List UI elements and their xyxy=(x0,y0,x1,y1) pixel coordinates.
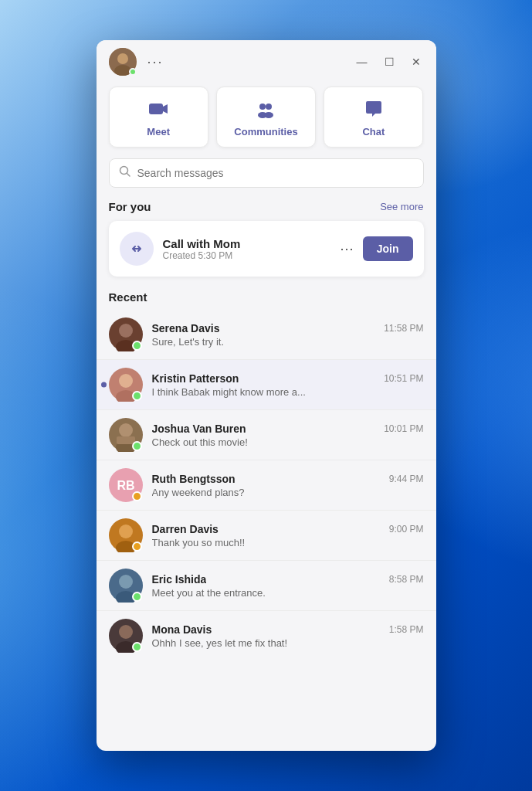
meet-label: Meet xyxy=(147,126,170,137)
chat-item[interactable]: Joshua Van Buren 10:01 PM Check out this… xyxy=(97,409,436,460)
call-more-button[interactable]: ⋯ xyxy=(337,240,357,257)
search-bar xyxy=(109,158,424,188)
status-badge xyxy=(132,642,142,652)
chat-content: Serena Davis 11:58 PM Sure, Let's try it… xyxy=(152,322,424,348)
svg-point-8 xyxy=(264,112,273,118)
chat-name: Serena Davis xyxy=(152,322,220,334)
user-status-online xyxy=(129,68,137,76)
status-badge xyxy=(132,441,142,451)
chat-avatar xyxy=(109,368,143,402)
chat-content: Eric Ishida 8:58 PM Meet you at the entr… xyxy=(152,573,424,599)
chat-item[interactable]: Serena Davis 11:58 PM Sure, Let's try it… xyxy=(97,310,436,359)
svg-line-10 xyxy=(127,174,130,177)
quick-actions-bar: Meet Communities Chat xyxy=(97,80,436,155)
app-window: ··· — ☐ ✕ Meet xyxy=(97,40,436,751)
chat-avatar: RB xyxy=(109,468,143,502)
chat-item[interactable]: Darren Davis 9:00 PM Thank you so much!! xyxy=(97,510,436,560)
svg-point-12 xyxy=(119,324,133,338)
chat-header-row: Darren Davis 9:00 PM xyxy=(152,523,424,535)
chat-name: Darren Davis xyxy=(152,523,219,535)
chat-avatar xyxy=(109,518,143,552)
join-button[interactable]: Join xyxy=(363,236,413,261)
see-more-link[interactable]: See more xyxy=(380,201,423,212)
meet-button[interactable]: Meet xyxy=(109,87,208,148)
search-icon xyxy=(119,165,131,181)
minimize-button[interactable]: — xyxy=(354,54,371,70)
chat-header-row: Ruth Bengtsson 9:44 PM xyxy=(152,473,424,485)
svg-point-24 xyxy=(119,525,133,538)
chat-time: 1:58 PM xyxy=(389,624,424,635)
call-link-icon xyxy=(120,232,154,266)
recent-title: Recent xyxy=(97,287,436,310)
chat-label: Chat xyxy=(362,126,385,137)
status-badge xyxy=(132,491,142,501)
chat-name: Joshua Van Buren xyxy=(152,423,246,435)
status-badge xyxy=(132,541,142,552)
communities-icon xyxy=(253,97,278,121)
unread-indicator xyxy=(101,382,107,388)
status-badge xyxy=(132,391,142,401)
svg-rect-3 xyxy=(149,104,163,114)
chat-header-row: Eric Ishida 8:58 PM xyxy=(152,573,424,586)
svg-point-1 xyxy=(117,53,128,64)
chat-time: 8:58 PM xyxy=(389,574,424,585)
chat-time: 11:58 PM xyxy=(384,323,423,334)
chat-preview: Thank you so much!! xyxy=(152,537,424,548)
more-options-button[interactable]: ··· xyxy=(143,53,168,72)
chat-preview: Meet you at the entrance. xyxy=(152,587,424,599)
svg-text:RB: RB xyxy=(117,479,134,492)
chat-preview: Any weekend plans? xyxy=(152,487,424,498)
svg-point-6 xyxy=(266,104,272,110)
communities-label: Communities xyxy=(234,126,297,137)
communities-button[interactable]: Communities xyxy=(216,87,316,148)
status-badge xyxy=(132,592,142,602)
svg-point-30 xyxy=(119,625,133,639)
chat-name: Eric Ishida xyxy=(152,573,207,586)
svg-point-15 xyxy=(119,374,133,388)
chat-content: Ruth Bengtsson 9:44 PM Any weekend plans… xyxy=(152,473,424,498)
close-button[interactable]: ✕ xyxy=(408,54,424,70)
chat-header-row: Mona Davis 1:58 PM xyxy=(152,623,424,636)
status-badge xyxy=(132,341,142,351)
chat-time: 10:51 PM xyxy=(384,373,423,384)
chat-avatar xyxy=(109,317,143,351)
meet-icon xyxy=(146,97,171,121)
call-info: Call with Mom Created 5:30 PM xyxy=(163,237,327,261)
for-you-header: For you See more xyxy=(109,200,424,213)
for-you-section: For you See more Call with Mom Created 5… xyxy=(97,194,436,281)
chat-item[interactable]: Kristin Patterson 10:51 PM I think Babak… xyxy=(97,359,436,409)
chat-header-row: Serena Davis 11:58 PM xyxy=(152,322,424,334)
chat-item[interactable]: Mona Davis 1:58 PM Ohhh I see, yes let m… xyxy=(97,610,436,660)
search-container xyxy=(97,155,436,194)
chat-content: Joshua Van Buren 10:01 PM Check out this… xyxy=(152,423,424,448)
chat-avatar xyxy=(109,418,143,452)
svg-point-18 xyxy=(119,423,133,437)
svg-point-27 xyxy=(119,575,133,589)
chat-time: 10:01 PM xyxy=(384,423,423,434)
chat-preview: Ohhh I see, yes let me fix that! xyxy=(152,637,424,649)
chat-avatar xyxy=(109,619,143,653)
chat-avatar xyxy=(109,569,143,603)
svg-marker-4 xyxy=(163,104,168,114)
maximize-button[interactable]: ☐ xyxy=(381,54,398,70)
search-input[interactable] xyxy=(137,167,414,179)
window-controls: — ☐ ✕ xyxy=(354,54,424,70)
chat-name: Ruth Bengtsson xyxy=(152,473,236,485)
title-bar-left: ··· xyxy=(109,48,168,76)
chat-name: Mona Davis xyxy=(152,623,212,636)
chat-time: 9:00 PM xyxy=(389,524,424,535)
chat-preview: I think Babak might know more a... xyxy=(152,386,424,398)
chat-name: Kristin Patterson xyxy=(152,372,239,385)
user-avatar-container xyxy=(109,48,137,76)
svg-point-5 xyxy=(259,104,266,110)
chat-button[interactable]: Chat xyxy=(324,87,423,148)
call-time: Created 5:30 PM xyxy=(163,250,327,261)
call-actions: ⋯ Join xyxy=(337,236,413,261)
chat-content: Darren Davis 9:00 PM Thank you so much!! xyxy=(152,523,424,548)
call-name: Call with Mom xyxy=(163,237,327,250)
chat-item[interactable]: RB Ruth Bengtsson 9:44 PM Any weekend pl… xyxy=(97,460,436,510)
title-bar: ··· — ☐ ✕ xyxy=(97,40,436,80)
chat-icon xyxy=(361,97,386,121)
chat-item[interactable]: Eric Ishida 8:58 PM Meet you at the entr… xyxy=(97,560,436,610)
chat-list: Serena Davis 11:58 PM Sure, Let's try it… xyxy=(97,310,436,660)
